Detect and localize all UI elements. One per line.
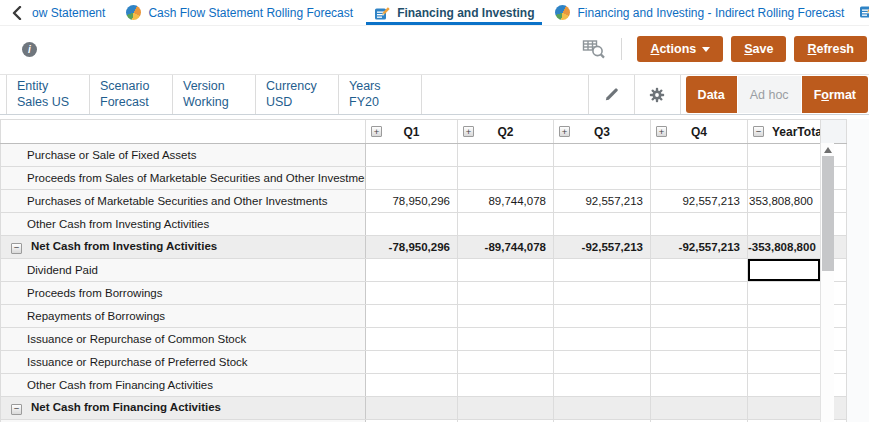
- column-header-q3[interactable]: +Q3: [554, 120, 651, 144]
- grid-cell[interactable]: [748, 144, 821, 167]
- grid-cell[interactable]: [554, 351, 651, 374]
- scroll-tabs-left-icon[interactable]: [8, 0, 26, 25]
- grid-cell[interactable]: [651, 305, 748, 328]
- row-header[interactable]: Proceeds from Sales of Marketable Securi…: [1, 167, 366, 190]
- grid-cell[interactable]: [458, 259, 554, 282]
- pov-entity[interactable]: EntitySales US: [7, 75, 90, 114]
- save-button[interactable]: Save: [731, 36, 786, 62]
- row-header[interactable]: Purchase or Sale of Fixed Assets: [1, 144, 366, 167]
- grid-cell[interactable]: 92,557,213: [651, 190, 748, 213]
- data-view-button[interactable]: Data: [686, 76, 737, 113]
- column-header-q4[interactable]: +Q4: [651, 120, 748, 144]
- tab-cash-flow-statement-rolling-forecast[interactable]: Cash Flow Statement Rolling Forecast: [120, 0, 359, 25]
- selected-cell[interactable]: [748, 259, 821, 282]
- grid-cell[interactable]: [554, 374, 651, 397]
- grid-cell[interactable]: -353,808,800: [748, 236, 821, 259]
- grid-cell[interactable]: [554, 397, 651, 420]
- pov-years[interactable]: YearsFY20: [339, 75, 422, 114]
- grid-cell[interactable]: [366, 259, 458, 282]
- row-header[interactable]: Repayments of Borrowings: [1, 305, 366, 328]
- expand-icon[interactable]: +: [559, 126, 570, 137]
- grid-cell[interactable]: [458, 351, 554, 374]
- grid-cell[interactable]: [651, 144, 748, 167]
- grid-cell[interactable]: [651, 282, 748, 305]
- grid-cell[interactable]: [366, 351, 458, 374]
- format-view-button[interactable]: Format: [802, 76, 868, 113]
- vertical-scrollbar[interactable]: [820, 143, 834, 422]
- collapse-icon[interactable]: −: [11, 243, 22, 254]
- row-header[interactable]: Issuance or Repurchase of Common Stock: [1, 328, 366, 351]
- collapse-icon[interactable]: −: [11, 404, 22, 415]
- settings-gear-icon[interactable]: [634, 75, 681, 114]
- grid-cell[interactable]: [554, 305, 651, 328]
- grid-cell[interactable]: 89,744,078: [458, 190, 554, 213]
- grid-cell[interactable]: 92,557,213: [554, 190, 651, 213]
- grid-cell[interactable]: [366, 305, 458, 328]
- grid-cell[interactable]: [366, 397, 458, 420]
- grid-cell[interactable]: [554, 167, 651, 190]
- grid-cell[interactable]: [748, 305, 821, 328]
- grid-cell[interactable]: [748, 374, 821, 397]
- row-header[interactable]: Other Cash from Investing Activities: [1, 213, 366, 236]
- grid-cell[interactable]: [366, 144, 458, 167]
- tab-financing-and-investing[interactable]: Financing and Investing: [368, 0, 540, 25]
- refresh-button[interactable]: Refresh: [794, 36, 867, 62]
- edit-pov-pencil-icon[interactable]: [588, 75, 634, 114]
- collapse-icon[interactable]: −: [753, 126, 764, 137]
- row-header[interactable]: −Net Cash from Investing Activities: [1, 236, 366, 259]
- grid-cell[interactable]: [554, 144, 651, 167]
- grid-cell[interactable]: 353,808,800: [748, 190, 821, 213]
- grid-cell[interactable]: [458, 167, 554, 190]
- grid-cell[interactable]: [366, 282, 458, 305]
- row-header[interactable]: Other Cash from Financing Activities: [1, 374, 366, 397]
- expand-icon[interactable]: +: [371, 126, 382, 137]
- grid-cell[interactable]: -78,950,296: [366, 236, 458, 259]
- grid-cell[interactable]: -92,557,213: [651, 236, 748, 259]
- grid-cell[interactable]: [651, 374, 748, 397]
- row-header[interactable]: Dividend Paid: [1, 259, 366, 282]
- grid-cell[interactable]: [366, 374, 458, 397]
- grid-cell[interactable]: [651, 167, 748, 190]
- grid-cell[interactable]: [554, 282, 651, 305]
- grid-cell[interactable]: [651, 351, 748, 374]
- grid-cell[interactable]: [651, 328, 748, 351]
- grid-cell[interactable]: [748, 213, 821, 236]
- row-header[interactable]: Proceeds from Borrowings: [1, 282, 366, 305]
- pov-scenario[interactable]: ScenarioForecast: [90, 75, 173, 114]
- grid-cell[interactable]: [554, 259, 651, 282]
- grid-cell[interactable]: -89,744,078: [458, 236, 554, 259]
- grid-cell[interactable]: [554, 213, 651, 236]
- grid-cell[interactable]: [458, 397, 554, 420]
- tab-financing-and-investing-indirect-rolling-forecast[interactable]: Financing and Investing - Indirect Rolli…: [549, 0, 850, 25]
- pov-currency[interactable]: CurrencyUSD: [256, 75, 339, 114]
- grid-cell[interactable]: [458, 213, 554, 236]
- grid-cell[interactable]: 78,950,296: [366, 190, 458, 213]
- grid-cell[interactable]: [748, 328, 821, 351]
- grid-cell[interactable]: [651, 397, 748, 420]
- grid-cell[interactable]: [748, 351, 821, 374]
- tab-ow-statement[interactable]: ow Statement: [26, 0, 111, 25]
- grid-cell[interactable]: [366, 167, 458, 190]
- grid-cell[interactable]: [748, 167, 821, 190]
- scrollbar-thumb[interactable]: [822, 156, 834, 271]
- grid-cell[interactable]: [458, 374, 554, 397]
- grid-cell[interactable]: [651, 259, 748, 282]
- expand-icon[interactable]: +: [463, 126, 474, 137]
- grid-cell[interactable]: [458, 144, 554, 167]
- member-selector-icon[interactable]: [582, 38, 606, 60]
- grid-cell[interactable]: [748, 282, 821, 305]
- actions-button[interactable]: Actions: [637, 36, 723, 62]
- grid-cell[interactable]: -92,557,213: [554, 236, 651, 259]
- grid-cell[interactable]: [458, 328, 554, 351]
- grid-cell[interactable]: [554, 328, 651, 351]
- row-header[interactable]: −Net Cash from Financing Activities: [1, 397, 366, 420]
- pov-version[interactable]: VersionWorking: [173, 75, 256, 114]
- grid-cell[interactable]: [458, 282, 554, 305]
- column-header-q1[interactable]: +Q1: [366, 120, 458, 144]
- scrollbar-up-arrow-icon[interactable]: [821, 143, 834, 155]
- grid-cell[interactable]: [748, 397, 821, 420]
- column-header-q2[interactable]: +Q2: [458, 120, 554, 144]
- grid-cell[interactable]: [651, 213, 748, 236]
- column-header-yeartotal[interactable]: −YearTotal: [748, 120, 821, 144]
- grid-cell[interactable]: [366, 213, 458, 236]
